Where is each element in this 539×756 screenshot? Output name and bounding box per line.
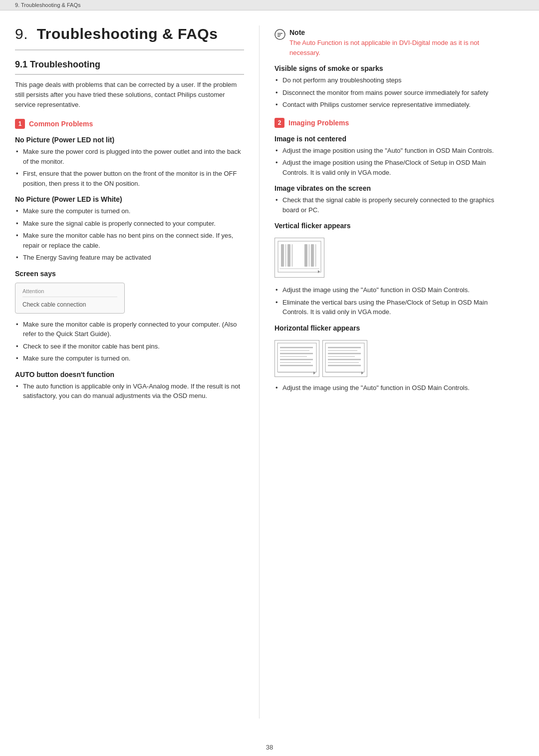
list-item: Adjust the image position using the Phas…	[274, 158, 504, 177]
list-item: First, ensure that the power button on t…	[15, 169, 244, 188]
image-vibrates-heading: Image vibrates on the screen	[274, 184, 504, 192]
list-item: Adjust the image using the "Auto" functi…	[274, 285, 504, 295]
visible-signs-heading: Visible signs of smoke or sparks	[274, 64, 504, 72]
visible-signs-list: Do not perform any troubleshooting steps…	[274, 75, 504, 110]
badge1-number: 1	[15, 119, 25, 129]
list-item: Disconnect the monitor from mains power …	[274, 88, 504, 98]
note-box: Note The Auto Function is not applicable…	[274, 28, 504, 57]
content-area: 9. Troubleshooting & FAQs 9.1 Troublesho…	[0, 10, 539, 734]
screen-says-heading: Screen says	[15, 270, 244, 278]
screen-says-list: Make sure the monitor cable is properly …	[15, 320, 244, 364]
list-item: Check to see if the monitor cable has be…	[15, 342, 244, 352]
list-item: Adjust the image position using the "Aut…	[274, 146, 504, 156]
list-item: Make sure the computer is turned on.	[15, 354, 244, 364]
badge1-heading: 1 Common Problems	[15, 119, 244, 129]
right-column: Note The Auto Function is not applicable…	[260, 25, 504, 719]
vertical-flicker-image	[274, 238, 324, 278]
list-item: Make sure the computer is turned on.	[15, 206, 244, 216]
vertical-flicker-heading: Vertical flicker appears	[274, 222, 504, 230]
svg-rect-11	[311, 244, 314, 267]
svg-rect-5	[281, 244, 284, 267]
badge2-heading: 2 Imaging Problems	[274, 118, 504, 128]
horizontal-flicker-image-left	[274, 340, 319, 377]
svg-rect-1	[277, 33, 282, 34]
horizontal-flicker-images	[274, 335, 504, 383]
svg-rect-6	[285, 244, 286, 267]
page-number: 38	[0, 734, 539, 756]
list-item: Check that the signal cable is properly …	[274, 195, 504, 215]
horizontal-flicker-list: Adjust the image using the "Auto" functi…	[274, 383, 504, 393]
no-picture-led-list: Make sure the power cord is plugged into…	[15, 147, 244, 188]
note-title: Note	[289, 28, 504, 36]
list-item: Make sure the power cord is plugged into…	[15, 147, 244, 166]
svg-rect-7	[287, 244, 290, 267]
svg-rect-9	[304, 244, 307, 267]
chapter-title: 9. Troubleshooting & FAQs	[15, 25, 244, 50]
section-91-heading: 9.1 Troubleshooting	[15, 59, 244, 75]
image-not-centered-heading: Image is not centered	[274, 135, 504, 143]
breadcrumb: 9. Troubleshooting & FAQs	[0, 0, 539, 10]
list-item: Make sure the signal cable is properly c…	[15, 219, 244, 229]
badge1-label: Common Problems	[29, 120, 93, 128]
list-item: Adjust the image using the "Auto" functi…	[274, 383, 504, 393]
list-item: The Energy Saving feature may be activat…	[15, 253, 244, 263]
list-item: Make sure the monitor cable is properly …	[15, 320, 244, 339]
horizontal-flicker-heading: Horizontal flicker appears	[274, 324, 504, 332]
list-item: Make sure the monitor cable has no bent …	[15, 231, 244, 250]
list-item: The auto function is applicable only in …	[15, 381, 244, 401]
left-column: 9. Troubleshooting & FAQs 9.1 Troublesho…	[15, 25, 260, 719]
attention-label: Attention	[22, 288, 117, 297]
no-picture-led-heading: No Picture (Power LED not lit)	[15, 136, 244, 144]
image-not-centered-list: Adjust the image position using the "Aut…	[274, 146, 504, 178]
screen-says-box: Attention Check cable connection	[15, 283, 125, 314]
svg-rect-8	[291, 244, 293, 267]
cable-message: Check cable connection	[22, 301, 117, 308]
svg-rect-10	[308, 244, 310, 267]
badge2-number: 2	[274, 118, 284, 128]
note-content: Note The Auto Function is not applicable…	[289, 28, 504, 57]
note-text: The Auto Function is not applicable in D…	[289, 38, 504, 57]
list-item: Do not perform any troubleshooting steps	[274, 75, 504, 85]
vertical-flicker-list: Adjust the image using the "Auto" functi…	[274, 285, 504, 317]
svg-rect-12	[315, 244, 316, 267]
note-icon	[274, 29, 285, 42]
auto-button-heading: AUTO button doesn't function	[15, 371, 244, 378]
no-picture-white-list: Make sure the computer is turned on. Mak…	[15, 206, 244, 263]
svg-rect-3	[277, 36, 280, 37]
page: 9. Troubleshooting & FAQs 9. Troubleshoo…	[0, 0, 539, 756]
list-item: Eliminate the vertical bars using the Ph…	[274, 298, 504, 317]
auto-button-list: The auto function is applicable only in …	[15, 381, 244, 401]
section-91-intro: This page deals with problems that can b…	[15, 80, 244, 110]
list-item: Contact with Philips customer service re…	[274, 100, 504, 110]
no-picture-white-heading: No Picture (Power LED is White)	[15, 195, 244, 203]
horizontal-flicker-image-right	[322, 340, 367, 377]
svg-rect-4	[278, 241, 321, 272]
svg-rect-2	[277, 34, 281, 35]
badge2-label: Imaging Problems	[288, 119, 349, 127]
image-vibrates-list: Check that the signal cable is properly …	[274, 195, 504, 215]
